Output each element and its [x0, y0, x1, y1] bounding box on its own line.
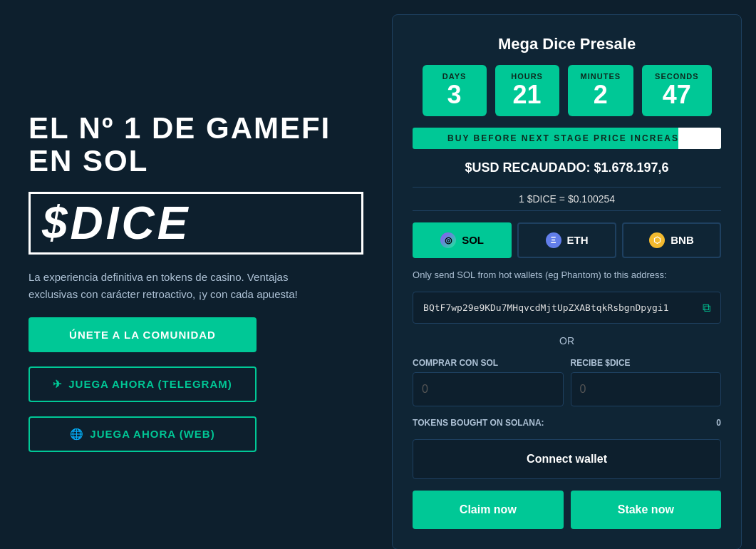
community-button[interactable]: ÚNETE A LA COMUNIDAD: [29, 317, 257, 352]
bnb-tab-label: BNB: [670, 234, 694, 246]
right-panel: Mega Dice Presale DAYS 3 HOURS 21 MINUTE…: [392, 14, 742, 549]
buy-sol-input[interactable]: [413, 372, 563, 406]
sol-tab-label: SOL: [462, 234, 484, 246]
countdown-days: DAYS 3: [423, 65, 487, 116]
telegram-icon: ✈: [53, 378, 63, 391]
bottom-actions: Claim now Stake now: [413, 491, 721, 529]
bnb-icon: ⬡: [649, 232, 665, 248]
receive-dice-label: Recibe $Dice: [571, 358, 721, 368]
eth-tab-label: ETH: [567, 234, 589, 246]
wallet-notice: Only send SOL from hot wallets (eg Phant…: [413, 270, 721, 280]
currency-tabs: ◎ SOL Ξ ETH ⬡ BNB: [413, 222, 721, 258]
tagline: EL Nº 1 DE GAMEFI EN SOL: [29, 112, 363, 178]
tokens-bought-label: TOKENS BOUGHT ON SOLANA:: [413, 418, 544, 428]
web-icon: 🌐: [70, 428, 84, 441]
stake-button[interactable]: Stake now: [571, 491, 721, 529]
tokens-bought-value: 0: [716, 418, 721, 428]
price-info: 1 $DICE = $0.100254: [413, 187, 721, 211]
hours-value: 21: [508, 81, 547, 109]
wallet-address-box: BQtF7wp29e9KDu7MHqvcdMjtUpZXABtqkRsbgnDp…: [413, 292, 721, 324]
or-divider: OR: [413, 335, 721, 347]
eth-icon: Ξ: [546, 232, 561, 248]
dice-logo: $DICE: [29, 192, 363, 255]
wallet-address-text: BQtF7wp29e9KDu7MHqvcdMjtUpZXABtqkRsbgnDp…: [423, 302, 697, 313]
receive-dice-input[interactable]: [571, 372, 721, 406]
telegram-button[interactable]: ✈ JUEGA AHORA (TELEGRAM): [29, 366, 257, 402]
buy-sol-group: Comprar con SOL: [413, 358, 563, 406]
minutes-value: 2: [581, 81, 621, 109]
presale-title: Mega Dice Presale: [413, 35, 721, 53]
countdown-hours: HOURS 21: [495, 65, 559, 116]
countdown-minutes: MINUTES 2: [568, 65, 634, 116]
seconds-value: 47: [655, 81, 698, 109]
receive-dice-group: Recibe $Dice: [571, 358, 721, 406]
tokens-bought-row: TOKENS BOUGHT ON SOLANA: 0: [413, 418, 721, 428]
raised-amount: $USD RECAUDADO: $1.678.197,6: [413, 160, 721, 175]
bnb-tab[interactable]: ⬡ BNB: [622, 222, 721, 258]
eth-tab[interactable]: Ξ ETH: [517, 222, 616, 258]
countdown-seconds: SECONDS 47: [642, 65, 711, 116]
buy-inputs: Comprar con SOL Recibe $Dice: [413, 358, 721, 406]
copy-icon[interactable]: ⧉: [703, 301, 710, 314]
buy-sol-label: Comprar con SOL: [413, 358, 563, 368]
left-panel: EL Nº 1 DE GAMEFI EN SOL $DICE La experi…: [0, 0, 392, 549]
claim-button[interactable]: Claim now: [413, 491, 563, 529]
stage-banner: BUY BEFORE NEXT STAGE PRICE INCREASE: [413, 128, 721, 149]
sol-tab[interactable]: ◎ SOL: [413, 222, 512, 258]
countdown: DAYS 3 HOURS 21 MINUTES 2 SECONDS 47: [413, 65, 721, 116]
days-value: 3: [435, 81, 474, 109]
description: La experiencia definitiva en tokens de c…: [29, 269, 314, 303]
sol-icon: ◎: [440, 232, 456, 248]
connect-wallet-button[interactable]: Connect wallet: [413, 439, 721, 479]
web-button[interactable]: 🌐 JUEGA AHORA (WEB): [29, 416, 257, 452]
